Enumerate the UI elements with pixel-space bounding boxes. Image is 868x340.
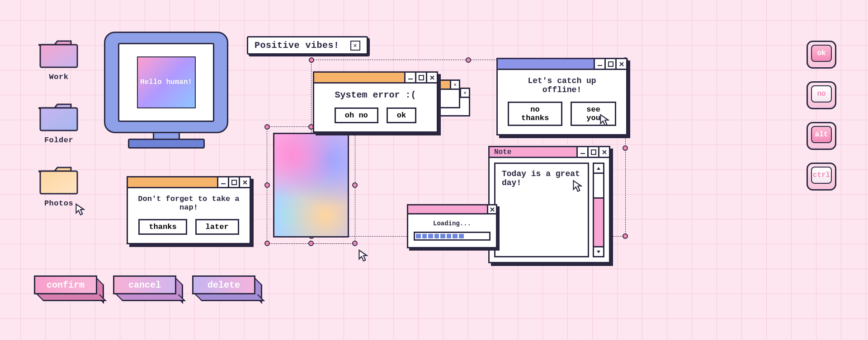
minimize-icon[interactable] [404, 73, 415, 82]
progress-bar [414, 232, 491, 241]
note-textarea[interactable]: Today is a great day! [494, 163, 589, 257]
scroll-track[interactable] [594, 174, 603, 246]
offline-message: Let's catch up offline! [508, 76, 616, 94]
note-content: Today is a great day! [502, 169, 580, 187]
close-icon[interactable] [239, 177, 250, 187]
svg-rect-0 [40, 45, 77, 67]
cancel-button[interactable]: cancel [113, 275, 176, 294]
nap-dialog: Don't forget to take a nap! thanks later [127, 176, 251, 244]
confirm-button[interactable]: confirm [34, 275, 97, 294]
key-ok[interactable]: ok [807, 41, 836, 69]
loading-titlebar[interactable] [408, 205, 496, 214]
svg-rect-6 [232, 180, 236, 185]
title-pill-text: Positive vibes! [255, 40, 340, 51]
svg-rect-9 [580, 153, 585, 154]
key-alt[interactable]: alt [807, 122, 836, 150]
minimize-icon[interactable] [576, 147, 587, 157]
thanks-button[interactable]: thanks [138, 219, 187, 235]
svg-rect-5 [221, 183, 226, 184]
svg-rect-4 [419, 75, 424, 80]
key-ctrl[interactable]: ctrl [807, 163, 836, 191]
nap-message: Don't forget to take a nap! [138, 195, 240, 212]
note-titlebar[interactable]: Note [490, 147, 609, 158]
svg-rect-8 [609, 62, 613, 66]
svg-rect-7 [598, 65, 602, 66]
loading-label: Loading... [414, 220, 491, 227]
key-no[interactable]: no [807, 81, 836, 109]
maximize-icon[interactable] [587, 147, 598, 157]
oh-no-button[interactable]: oh no [335, 107, 378, 123]
folder-work[interactable]: Work [36, 38, 81, 81]
delete-button[interactable]: delete [192, 275, 255, 294]
close-icon[interactable] [598, 147, 609, 157]
system-error-dialog: System error :( oh no ok [313, 71, 438, 133]
crt-text: Hello human! [140, 78, 192, 87]
minimize-icon[interactable] [594, 59, 604, 69]
scroll-down-icon[interactable] [594, 246, 603, 256]
folder-photos-label: Photos [36, 199, 81, 208]
svg-rect-3 [408, 79, 413, 79]
no-thanks-button[interactable]: no thanks [508, 102, 562, 126]
svg-rect-10 [591, 150, 596, 154]
later-button[interactable]: later [195, 219, 239, 235]
ok-button[interactable]: ok [387, 107, 416, 123]
maximize-icon[interactable] [228, 177, 239, 187]
system-error-message: System error :( [324, 90, 427, 100]
close-icon[interactable] [487, 205, 496, 213]
close-icon[interactable] [615, 59, 626, 69]
see-you-button[interactable]: see you [571, 102, 616, 126]
close-icon[interactable]: ✕ [460, 89, 469, 97]
minimize-icon[interactable] [217, 177, 228, 187]
scrollbar[interactable] [593, 163, 604, 257]
maximize-icon[interactable] [415, 73, 426, 82]
title-pill-close-icon[interactable]: ✕ [350, 41, 360, 51]
scroll-up-icon[interactable] [594, 164, 603, 174]
loading-window: Loading... [407, 204, 497, 248]
close-icon[interactable]: ✕ [450, 81, 459, 88]
offline-titlebar[interactable] [498, 59, 626, 70]
crt-monitor: Hello human! [104, 32, 228, 149]
offline-dialog: Let's catch up offline! no thanks see yo… [496, 58, 627, 135]
gradient-swatch[interactable] [273, 133, 349, 238]
maximize-icon[interactable] [604, 59, 615, 69]
title-pill: Positive vibes! ✕ [247, 36, 368, 55]
svg-rect-2 [40, 171, 77, 194]
nap-titlebar[interactable] [128, 177, 250, 188]
folder-work-label: Work [36, 73, 81, 81]
folder-photos[interactable]: Photos [36, 165, 81, 208]
close-icon[interactable] [426, 73, 437, 82]
folder-generic[interactable]: Folder [36, 102, 81, 144]
scroll-thumb[interactable] [594, 174, 603, 199]
system-error-titlebar[interactable] [314, 73, 437, 84]
svg-rect-1 [40, 108, 77, 130]
note-window: Note Today is a great day! [488, 146, 610, 263]
folder-generic-label: Folder [36, 136, 81, 144]
note-title: Note [490, 147, 576, 157]
cursor-icon [358, 249, 368, 262]
